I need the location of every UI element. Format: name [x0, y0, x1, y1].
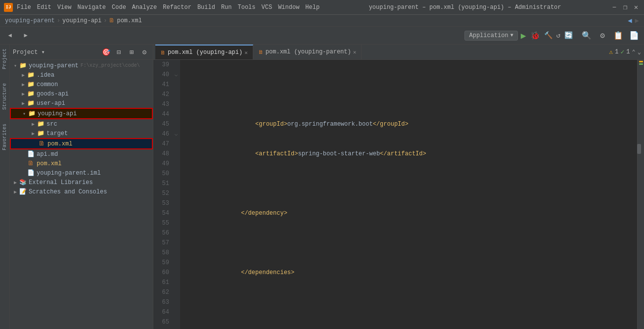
breadcrumb-sep-1: ›	[57, 17, 60, 24]
tree-item-target[interactable]: ▶ 📁 target	[10, 129, 153, 138]
menu-refactor[interactable]: Refactor	[163, 4, 191, 11]
tab-pom-parent[interactable]: 🗎 pom.xml (youping-parent) ✕	[253, 45, 362, 59]
tree-item-youping-api[interactable]: ▾ 📁 youping-api	[10, 108, 153, 119]
window-title: youping-parent – pom.xml (youping-api) –…	[320, 4, 610, 11]
warning-count: 1	[615, 48, 618, 55]
code-line-45	[184, 297, 637, 307]
left-tab-project[interactable]: Project	[1, 47, 8, 71]
maximize-button[interactable]: ❐	[621, 3, 629, 11]
toolbar-copy[interactable]: 📋	[611, 29, 625, 43]
run-button[interactable]: ▶	[521, 30, 526, 41]
toolbar-settings[interactable]: ⚙	[596, 29, 609, 43]
minimize-button[interactable]: −	[610, 3, 618, 11]
toolbar-nav-fwd[interactable]: ▶	[19, 29, 33, 43]
project-panel-header: Project ▾ 🎯 ⊟ ⊞ ⚙	[10, 45, 153, 60]
tree-item-youping-parent[interactable]: ▾ 📁 youping-parent F:\xzy_project\code\	[10, 61, 153, 70]
fold-gutter: ⌵ ⌵	[172, 60, 180, 329]
code-editor[interactable]: 39 40 41 42 43 44 45 46 47 48 49 50 51 5…	[153, 60, 644, 329]
breadcrumb-sep-2: ›	[103, 17, 107, 24]
left-panel-tabs: Project Structure Favorites	[0, 45, 10, 329]
tree-item-scratches[interactable]: ▶ 📝 Scratches and Consoles	[10, 187, 153, 196]
menu-vcs[interactable]: VCS	[262, 4, 273, 11]
project-collapse-btn[interactable]: ⊟	[113, 47, 124, 57]
reload-button[interactable]: 🔄	[564, 31, 573, 40]
tab-pom-api-label: pom.xml (youping-api)	[168, 49, 242, 56]
breadcrumb: youping-parent › youping-api › 🗎 pom.xml…	[0, 15, 644, 27]
project-locate-btn[interactable]: 🎯	[100, 47, 111, 57]
menu-run[interactable]: Run	[221, 4, 232, 11]
tree-item-api-md[interactable]: 📄 api.md	[10, 149, 153, 159]
build-button[interactable]: 🔨	[544, 31, 552, 40]
warning-indicator-bar	[639, 61, 643, 62]
tree-item-external-libs[interactable]: ▶ 📚 External Libraries	[10, 178, 153, 187]
code-line-39: <groupId>org.springframework.boot</group…	[184, 119, 637, 129]
expand-icon[interactable]: ⌃	[632, 48, 636, 56]
close-button[interactable]: ✕	[632, 3, 640, 11]
menu-help[interactable]: Help	[305, 4, 320, 11]
code-line-44: </dependencies>	[184, 268, 637, 278]
code-line-41	[184, 179, 637, 188]
toolbar-search[interactable]: 🔍	[580, 29, 594, 43]
code-line-42: </dependency>	[184, 208, 637, 218]
toolbar-file[interactable]: 📄	[627, 29, 641, 43]
error-indicator: ✓	[621, 48, 625, 56]
tree-item-user-api[interactable]: ▶ 📁 user-api	[10, 98, 153, 108]
menu-build[interactable]: Build	[197, 4, 215, 11]
menu-navigate[interactable]: Navigate	[77, 4, 106, 11]
breadcrumb-item-file[interactable]: pom.xml	[117, 17, 141, 24]
right-indicator	[637, 60, 644, 329]
line-numbers: 39 40 41 42 43 44 45 46 47 48 49 50 51 5…	[153, 60, 172, 329]
ok-indicator-bar	[639, 63, 643, 65]
toolbar: ◀ ▶ Application ▼ ▶ 🐞 🔨 ↺ 🔄 🔍 ⚙ 📋 📄	[0, 27, 644, 45]
tree-item-parent-iml[interactable]: 📄 youping-parent.iml	[10, 168, 153, 178]
editor-area: 🗎 pom.xml (youping-api) ✕ 🗎 pom.xml (you…	[153, 45, 644, 329]
breadcrumb-item-parent[interactable]: youping-parent	[5, 17, 55, 24]
project-tree: ▾ 📁 youping-parent F:\xzy_project\code\ …	[10, 60, 153, 329]
project-panel: Project ▾ 🎯 ⊟ ⊞ ⚙ ▾ 📁 youping-parent F:\…	[10, 45, 153, 329]
project-settings-btn[interactable]: ⚙	[139, 47, 150, 57]
menu-bar: File Edit View Navigate Code Analyze Ref…	[17, 4, 320, 11]
left-tab-favorites[interactable]: Favorites	[1, 122, 8, 152]
breadcrumb-item-icon: 🗎	[109, 17, 115, 24]
breadcrumb-item-api[interactable]: youping-api	[62, 17, 101, 24]
main-area: Project Structure Favorites Project ▾ 🎯 …	[0, 45, 644, 329]
app-icon: IJ	[4, 3, 13, 12]
menu-window[interactable]: Window	[278, 4, 299, 11]
nav-forward-icon[interactable]: ▶	[635, 16, 639, 25]
run-config-selector[interactable]: Application ▼	[464, 31, 517, 41]
collapse-icon[interactable]: ⌄	[638, 48, 641, 56]
code-line-43	[184, 238, 637, 248]
tree-item-pom-root[interactable]: 🗎 pom.xml	[10, 159, 153, 168]
tab-pom-api[interactable]: 🗎 pom.xml (youping-api) ✕	[155, 45, 253, 59]
warning-indicator: ⚠	[609, 48, 613, 56]
project-expand-btn[interactable]: ⊞	[126, 47, 137, 57]
tab-pom-parent-close[interactable]: ✕	[353, 49, 357, 55]
toolbar-nav-back[interactable]: ◀	[3, 29, 17, 43]
menu-analyze[interactable]: Analyze	[132, 4, 157, 11]
tree-item-common[interactable]: ▶ 📁 common	[10, 80, 153, 89]
editor-tab-bar: 🗎 pom.xml (youping-api) ✕ 🗎 pom.xml (you…	[153, 45, 644, 60]
code-line-40: <artifactId>spring-boot-starter-web</art…	[184, 149, 637, 159]
menu-edit[interactable]: Edit	[37, 4, 51, 11]
error-count: 1	[626, 48, 630, 55]
tree-item-idea[interactable]: ▶ 📁 .idea	[10, 70, 153, 80]
debug-button[interactable]: 🐞	[530, 31, 540, 41]
sync-button[interactable]: ↺	[556, 31, 560, 40]
tree-item-pom-api[interactable]: 🗎 pom.xml	[10, 138, 153, 149]
run-config-dropdown-icon: ▼	[510, 33, 513, 38]
left-tab-structure[interactable]: Structure	[1, 81, 8, 112]
run-config-label: Application	[469, 32, 508, 39]
menu-code[interactable]: Code	[112, 4, 126, 11]
tab-pom-parent-label: pom.xml (youping-parent)	[266, 48, 351, 55]
menu-tools[interactable]: Tools	[238, 4, 256, 11]
scrollbar-thumb[interactable]	[637, 144, 641, 154]
tree-item-goods-api[interactable]: ▶ 📁 goods-api	[10, 89, 153, 98]
menu-view[interactable]: View	[57, 4, 72, 11]
code-content[interactable]: <groupId>org.springframework.boot</group…	[180, 60, 637, 329]
tree-item-src[interactable]: ▶ 📁 src	[10, 119, 153, 129]
nav-back-icon[interactable]: ◀	[628, 16, 632, 25]
menu-file[interactable]: File	[17, 4, 31, 11]
tab-pom-api-close[interactable]: ✕	[244, 49, 248, 56]
project-title: Project ▾	[13, 48, 98, 56]
title-bar: IJ File Edit View Navigate Code Analyze …	[0, 0, 644, 15]
